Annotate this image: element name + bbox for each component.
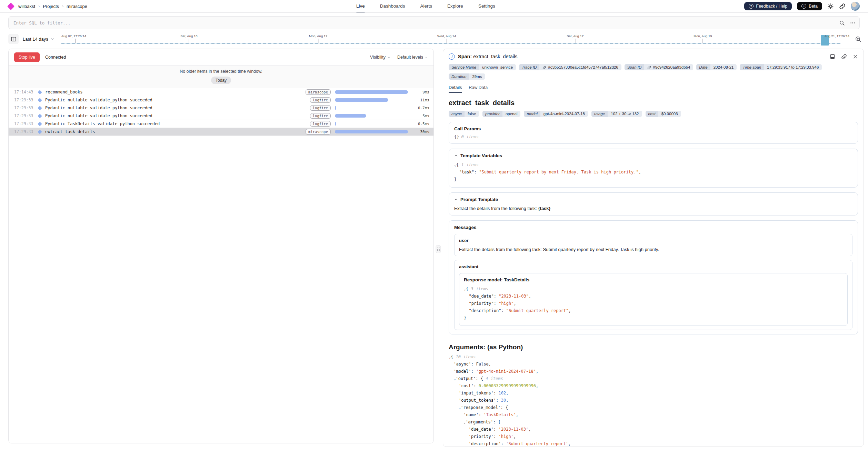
share-link-icon[interactable] <box>839 3 846 10</box>
timeline-tick-mark <box>447 39 447 43</box>
meta-chip-text: 2024-08-21 <box>714 65 734 69</box>
span-row-barzone <box>335 90 408 94</box>
span-attr-chip: async false <box>449 111 479 117</box>
question-icon: ? <box>749 4 754 9</box>
breadcrumb: willbakst › Projects › mirascope <box>18 4 87 9</box>
live-panel: Stop live Connected Visibility Default l… <box>8 49 434 443</box>
meta-chip-text: false <box>468 112 476 116</box>
meta-chip-text: 102 + 30 -> 132 <box>611 112 639 116</box>
code-line: ⌄{ 3 items <box>464 285 843 293</box>
default-levels-dropdown[interactable]: Default levels <box>397 55 428 60</box>
template-variables-toggle[interactable]: Template Variables <box>454 153 852 158</box>
span-row-name: Pydantic nullable validate_python succee… <box>45 98 310 102</box>
span-row-barzone <box>335 114 408 118</box>
nav-tab[interactable]: Alerts <box>420 0 432 12</box>
span-attr-chip: model gpt-4o-mini-2024-07-18 <box>524 111 588 117</box>
connection-status: Connected <box>45 55 66 60</box>
span-row-name: extract_task_details <box>45 129 306 134</box>
feedback-help-button[interactable]: ? Feedback / Help <box>744 2 792 10</box>
span-row[interactable]: 17:29:33 extract_task_details mirascope … <box>9 128 433 136</box>
code-line: 'priority': 'high', <box>449 433 858 440</box>
search-icon[interactable] <box>839 20 845 26</box>
prompt-template-card: Prompt Template Extract the details from… <box>449 192 858 216</box>
detail-tab[interactable]: Raw Data <box>469 85 488 93</box>
span-duration-bar <box>335 90 408 94</box>
span-row[interactable]: 17:29:33 Pydantic nullable validate_pyth… <box>9 112 433 120</box>
nav-tab-label: Settings <box>478 3 495 9</box>
span-row[interactable]: 17:14:43 recommend_books mirascope 9ms <box>9 88 433 96</box>
prompt-template-text: Extract the details from the following t… <box>454 206 852 211</box>
nav-tab-label: Explore <box>447 3 463 9</box>
nav-tab[interactable]: Explore <box>447 0 463 12</box>
span-row-duration: 9ms <box>413 90 429 94</box>
span-row-time: 17:29:33 <box>14 106 37 110</box>
today-pill[interactable]: Today <box>211 77 231 84</box>
top-nav: willbakst › Projects › mirascope Live Da… <box>0 0 868 13</box>
theme-toggle-icon[interactable] <box>827 3 834 10</box>
messages-title: Messages <box>454 225 852 230</box>
timeline-tick: Sat, Aug 10 <box>180 34 197 43</box>
timeline-tick: Aug 07, 17:26:14 <box>61 34 86 43</box>
code-line: ⌄{ 1 items <box>454 161 852 169</box>
breadcrumb-item[interactable]: mirascope <box>67 4 87 9</box>
nav-tab-label: Dashboards <box>380 3 405 9</box>
span-row-tag: logfire <box>310 105 331 111</box>
span-meta-chip[interactable]: Time span 17:29:33.917 to 17:29:33.946 <box>740 64 822 70</box>
span-diamond-icon <box>38 130 42 134</box>
drag-handle-icon[interactable] <box>436 245 441 253</box>
breadcrumb-item[interactable]: willbakst <box>18 4 35 9</box>
more-options-icon[interactable] <box>850 20 856 26</box>
panel-layout-icon[interactable] <box>830 54 835 59</box>
span-meta-chip[interactable]: Date 2024-08-21 <box>696 64 737 70</box>
info-badge-icon: i <box>801 4 806 9</box>
arguments-code: ⌄{ 10 items 'async': False, 'model': 'gp… <box>449 353 858 447</box>
panel-resizer[interactable] <box>434 49 443 447</box>
span-row[interactable]: 17:29:33 Pydantic TaskDetails validate_p… <box>9 120 433 128</box>
nav-tab[interactable]: Dashboards <box>380 0 405 12</box>
zoom-in-icon[interactable] <box>853 34 863 44</box>
sidebar-toggle-icon[interactable] <box>8 34 19 44</box>
close-icon[interactable] <box>853 54 858 59</box>
span-row-time: 17:29:33 <box>14 129 37 134</box>
beta-button[interactable]: i Beta <box>797 2 822 10</box>
copy-link-icon[interactable] <box>841 54 847 60</box>
span-meta-chip[interactable]: Service Name unknown_service <box>449 64 516 70</box>
user-avatar[interactable] <box>851 2 860 11</box>
span-duration-bar <box>335 106 336 110</box>
span-detail-header: i Span: extract_task_details <box>449 53 858 60</box>
span-row-time: 17:29:33 <box>14 98 37 102</box>
span-row[interactable]: 17:29:33 Pydantic nullable validate_pyth… <box>9 104 433 112</box>
stop-live-button[interactable]: Stop live <box>14 52 40 62</box>
visibility-dropdown[interactable]: Visibility <box>370 55 390 60</box>
meta-chip-value: 17:29:33.917 to 17:29:33.946 <box>764 64 822 70</box>
chevron-down-icon <box>387 56 390 59</box>
time-range-select[interactable]: Last 14 days <box>19 37 59 42</box>
items-count: 0 items <box>461 134 479 139</box>
span-title-prefix: Span: <box>458 54 472 59</box>
template-variables-code: ⌄{ 1 items "task": "Submit quarterly rep… <box>454 161 852 183</box>
span-meta-chip[interactable]: Span ID #9c942620aa93dbb4 <box>625 64 694 70</box>
prompt-template-toggle[interactable]: Prompt Template <box>454 197 852 202</box>
breadcrumb-item[interactable]: Projects <box>43 4 59 9</box>
sql-filter-input[interactable] <box>8 16 860 29</box>
info-icon: i <box>449 53 455 60</box>
meta-chip-label: Span ID <box>625 64 645 70</box>
span-row-time: 17:14:43 <box>14 90 37 94</box>
detail-tab[interactable]: Details <box>449 85 462 93</box>
timeline-track[interactable]: Aug 07, 17:26:14 Sat, Aug 10 Mon, Aug 12… <box>61 32 849 46</box>
span-row[interactable]: 17:29:33 Pydantic nullable validate_pyth… <box>9 96 433 104</box>
code-line: "description": "Submit quarterly report"… <box>464 307 843 314</box>
empty-object: {} <box>454 134 459 139</box>
span-meta-chip[interactable]: Duration 29ms <box>449 73 485 80</box>
chevron-down-icon <box>425 56 428 59</box>
span-detail-panel: i Span: extract_task_details Service Nam… <box>443 49 864 447</box>
nav-tab-label: Alerts <box>420 3 432 9</box>
timeline-tick-label: Mon, Aug 12 <box>309 34 327 38</box>
nav-tab[interactable]: Live <box>356 0 365 12</box>
detail-tabs: Details Raw Data <box>449 85 858 93</box>
span-row-barzone <box>335 106 408 110</box>
logfire-logo-icon[interactable] <box>7 2 14 10</box>
nav-tab[interactable]: Settings <box>478 0 495 12</box>
span-meta-chip[interactable]: Trace ID #c3b5157330ea5c1fd4572747af512d… <box>519 64 621 70</box>
prompt-variable: {task} <box>538 206 551 211</box>
